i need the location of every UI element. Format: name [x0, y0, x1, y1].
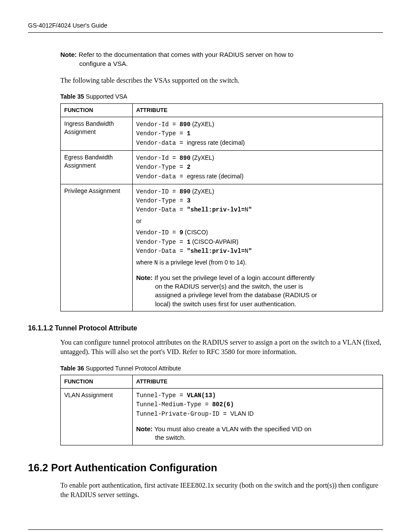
- page-footer: 120 Chapter 16 Port Authentication: [28, 529, 383, 532]
- section-paragraph: To enable port authentication, first act…: [60, 481, 383, 499]
- section-heading: 16.2 Port Authentication Configuration: [28, 461, 383, 475]
- caption-title: Supported VSA: [84, 93, 127, 100]
- col-function: FUNCTION: [61, 375, 133, 389]
- cell-attribute: Vendor-ID = 890 (ZyXEL) Vendor-Type = 3 …: [133, 184, 383, 311]
- table-row: Egress Bandwidth Assignment Vendor-Id = …: [61, 150, 383, 184]
- intro-paragraph: The following table describes the VSAs s…: [60, 76, 383, 85]
- caption-number: Table 36: [60, 365, 84, 372]
- cell-attribute: Vendor-Id = 890 (ZyXEL) Vendor-Type = 1 …: [133, 117, 383, 150]
- privilege-note: Note: If you set the privilege level of …: [136, 274, 379, 308]
- running-header: GS-4012F/4024 User's Guide: [28, 22, 383, 33]
- where-clause: where N is a privilege level (from 0 to …: [136, 258, 379, 268]
- guide-title: GS-4012F/4024 User's Guide: [28, 22, 107, 29]
- tunnel-paragraph: You can configure tunnel protocol attrib…: [60, 338, 383, 356]
- cell-attribute: Vendor-Id = 890 (ZyXEL) Vendor-Type = 2 …: [133, 150, 383, 184]
- col-attribute: ATTRIBUTE: [133, 375, 383, 389]
- table-row: Privilege Assignment Vendor-ID = 890 (Zy…: [61, 184, 383, 311]
- table35-caption: Table 35 Supported VSA: [60, 93, 383, 101]
- col-function: FUNCTION: [61, 104, 133, 117]
- cell-function: Ingress Bandwidth Assignment: [61, 117, 133, 150]
- vlan-note: Note: You must also create a VLAN with t…: [136, 425, 379, 442]
- table-header-row: FUNCTION ATTRIBUTE: [61, 375, 383, 389]
- note-text-line1: Refer to the documentation that comes wi…: [79, 51, 294, 58]
- cell-function: Egress Bandwidth Assignment: [61, 150, 133, 184]
- top-note: Note: Refer to the documentation that co…: [60, 50, 383, 68]
- table-tunnel-protocol: FUNCTION ATTRIBUTE VLAN Assignment Tunne…: [60, 375, 383, 445]
- subsection-heading: 16.1.1.2 Tunnel Protocol Attribute: [28, 324, 383, 333]
- cell-attribute: Tunnel-Type = VLAN(13) Tunnel-Medium-Typ…: [133, 389, 383, 445]
- note-text-line2: configure a VSA.: [60, 59, 383, 68]
- table-header-row: FUNCTION ATTRIBUTE: [61, 104, 383, 117]
- col-attribute: ATTRIBUTE: [133, 104, 383, 117]
- caption-title: Supported Tunnel Protocol Attribute: [84, 365, 181, 372]
- table36-caption: Table 36 Supported Tunnel Protocol Attri…: [60, 364, 383, 373]
- cell-function: VLAN Assignment: [61, 389, 133, 445]
- cell-function: Privilege Assignment: [61, 184, 133, 311]
- note-label: Note:: [60, 51, 77, 58]
- table-supported-vsa: FUNCTION ATTRIBUTE Ingress Bandwidth Ass…: [60, 103, 383, 311]
- table-row: Ingress Bandwidth Assignment Vendor-Id =…: [61, 117, 383, 150]
- caption-number: Table 35: [60, 93, 84, 100]
- table-row: VLAN Assignment Tunnel-Type = VLAN(13) T…: [61, 389, 383, 445]
- or-separator: or: [136, 217, 379, 225]
